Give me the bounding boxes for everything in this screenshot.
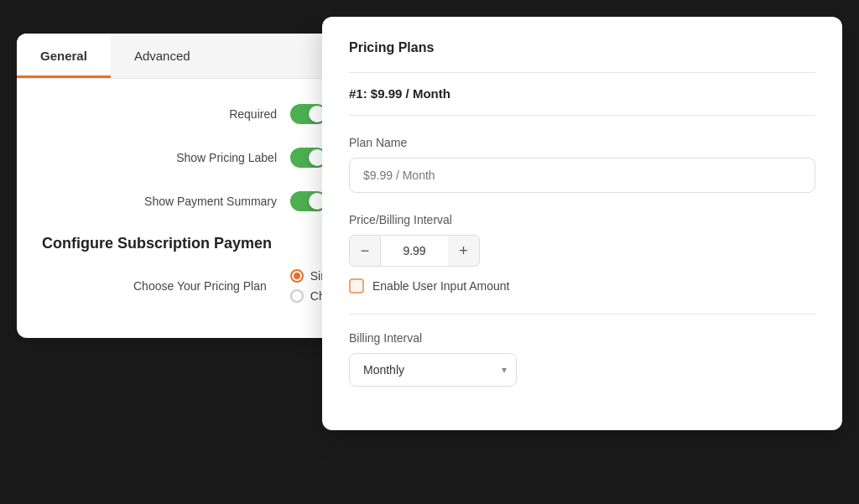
tabs-container: General Advanced — [17, 34, 352, 79]
price-billing-section: Price/Billing Interval − + Enable User I… — [349, 213, 815, 294]
required-row: Required — [42, 104, 327, 124]
right-panel: Pricing Plans #1: $9.99 / Month Plan Nam… — [322, 17, 842, 430]
show-pricing-label-label: Show Pricing Label — [176, 151, 277, 164]
billing-interval-label: Billing Interval — [349, 331, 815, 345]
enable-user-input-label: Enable User Input Amount — [372, 279, 509, 293]
radio-single[interactable] — [290, 269, 304, 283]
show-payment-summary-label: Show Payment Summary — [144, 195, 277, 208]
price-control: − + — [349, 235, 815, 267]
decrement-button[interactable]: − — [349, 235, 381, 267]
plan-name-label: Plan Name — [349, 136, 815, 149]
price-billing-label: Price/Billing Interval — [349, 213, 815, 226]
radio-ch[interactable] — [290, 289, 304, 303]
pricing-plan-label: Choose Your Pricing Plan — [133, 279, 267, 293]
tab-advanced[interactable]: Advanced — [111, 34, 214, 78]
section-title: Configure Subscription Paymen — [42, 235, 327, 252]
enable-user-input-checkbox[interactable] — [349, 278, 364, 294]
plan-header: #1: $9.99 / Month — [349, 72, 815, 116]
enable-user-input-row: Enable User Input Amount — [349, 278, 815, 294]
show-pricing-label-row: Show Pricing Label — [42, 148, 327, 168]
billing-interval-wrapper: Monthly Yearly Weekly Daily ▾ — [349, 353, 517, 387]
plan-name-input[interactable] — [349, 158, 815, 193]
plan-name-section: Plan Name — [349, 136, 815, 193]
divider — [349, 314, 815, 314]
pricing-plan-row: Choose Your Pricing Plan Sin Ch — [42, 269, 327, 303]
show-payment-summary-row: Show Payment Summary — [42, 191, 327, 211]
price-value-input[interactable] — [381, 235, 448, 267]
tab-general[interactable]: General — [17, 34, 111, 78]
billing-interval-section: Billing Interval Monthly Yearly Weekly D… — [349, 331, 815, 387]
panel-title: Pricing Plans — [349, 40, 815, 55]
left-panel: General Advanced Required Show Pricing L… — [17, 34, 352, 338]
left-content: Required Show Pricing Label Show Payment… — [17, 79, 352, 303]
billing-interval-select[interactable]: Monthly Yearly Weekly Daily — [349, 353, 517, 387]
required-label: Required — [229, 107, 277, 121]
increment-button[interactable]: + — [448, 235, 480, 267]
plan-header-text: #1: $9.99 / Month — [349, 86, 450, 101]
